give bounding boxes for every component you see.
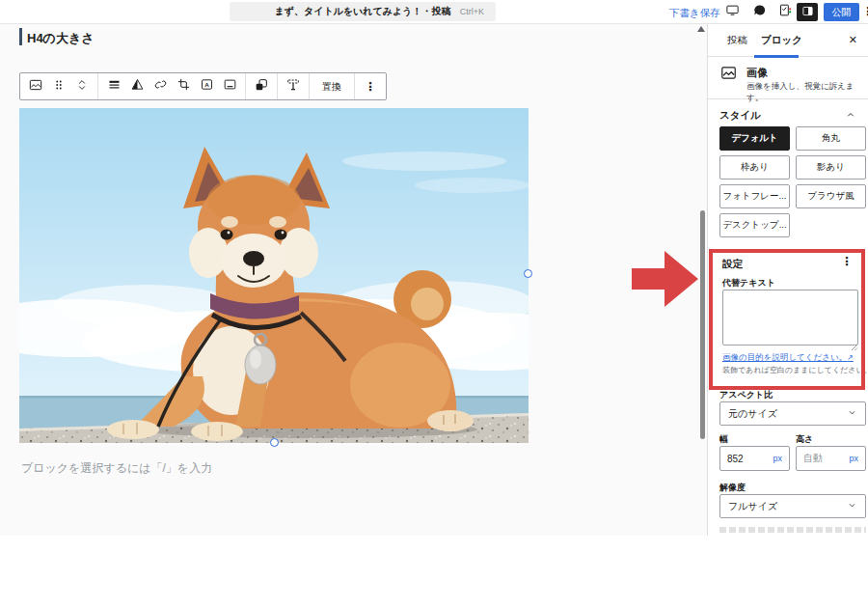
link-icon xyxy=(153,77,168,96)
style-default-button[interactable]: デフォルト xyxy=(719,126,790,151)
crop-button[interactable] xyxy=(173,75,194,98)
editor-canvas: H4の大きさ A 置換 xyxy=(0,24,707,536)
settings-sidebar: 投稿 ブロック ✕ 画像 画像を挿入し、視覚に訴えます。 スタイル デフォルト … xyxy=(707,24,868,536)
alt-text-help-link[interactable]: 画像の目的を説明してください。↗ xyxy=(722,352,854,364)
alt-text-input[interactable] xyxy=(722,290,858,345)
style-photoframe-button[interactable]: フォトフレー... xyxy=(719,184,790,208)
tab-block[interactable]: ブロック xyxy=(761,24,802,57)
align-button[interactable] xyxy=(103,75,124,98)
image-resize-handle-bottom[interactable] xyxy=(270,438,279,447)
aspect-ratio-label: アスペクト比 xyxy=(719,389,773,401)
image-block-icon xyxy=(719,64,738,86)
external-link-icon: ↗ xyxy=(847,353,854,362)
command-search-bar[interactable]: まず、タイトルをいれてみよう！・投稿 Ctrl+K xyxy=(230,2,496,21)
aspect-ratio-select[interactable]: 元のサイズ xyxy=(719,401,866,426)
style-shadow-button[interactable]: 影あり xyxy=(796,155,866,180)
clipped-help-text xyxy=(719,527,866,533)
image-block-icon xyxy=(28,77,43,97)
drag-handle[interactable] xyxy=(48,75,69,98)
settings-options-button[interactable]: ⋮ xyxy=(841,256,853,267)
resolution-label: 解像度 xyxy=(719,482,746,494)
empty-block-placeholder[interactable]: ブロックを選択するには「/」を入力 xyxy=(21,460,212,477)
width-label: 幅 xyxy=(719,433,728,446)
image-block-shiba-inu-photo[interactable] xyxy=(19,108,529,443)
move-up-down-icon xyxy=(75,77,89,97)
height-input[interactable]: 自動 px xyxy=(796,446,866,471)
width-input[interactable]: 852 px xyxy=(719,446,790,471)
preview-button[interactable] xyxy=(723,4,741,20)
image-filter-tool-button[interactable] xyxy=(251,75,272,98)
style-rounded-button[interactable]: 角丸 xyxy=(796,126,866,151)
options-menu-button[interactable]: ⋮ xyxy=(862,6,868,17)
speech-bubble-icon xyxy=(752,3,767,21)
block-options-button[interactable]: ⋮ xyxy=(360,75,381,98)
checklist-plugin-button[interactable] xyxy=(776,4,794,20)
close-sidebar-button[interactable]: ✕ xyxy=(849,34,857,46)
vertical-scrollbar[interactable] xyxy=(700,210,705,439)
image-block-toolbar: A 置換 ⋮ xyxy=(19,72,387,100)
editor-top-bar: まず、タイトルをいれてみよう！・投稿 Ctrl+K 下書き保存 公開 ⋮ xyxy=(0,0,868,24)
align-icon xyxy=(107,77,122,96)
image-block-type-button[interactable] xyxy=(25,75,46,98)
drag-dots-icon xyxy=(52,78,66,96)
alt-text-help-text: 装飾であれば空白のままにしてください。 xyxy=(722,365,867,375)
plugin-bubble-button[interactable] xyxy=(750,4,768,20)
command-shortcut: Ctrl+K xyxy=(460,7,484,16)
chevron-up-icon xyxy=(845,107,856,124)
checklist-icon xyxy=(778,3,793,21)
chevron-down-icon xyxy=(847,500,857,512)
caption-button[interactable] xyxy=(219,75,240,98)
block-card-description: 画像を挿入し、視覚に訴えます。 xyxy=(746,81,867,104)
style-desktop-button[interactable]: デスクトップ... xyxy=(719,213,790,237)
text-banner-tool-button[interactable] xyxy=(283,75,304,98)
monitor-icon xyxy=(725,3,740,21)
wordpress-editor-window: まず、タイトルをいれてみよう！・投稿 Ctrl+K 下書き保存 公開 ⋮ xyxy=(0,0,868,608)
sidebar-panel-icon xyxy=(801,4,814,21)
settings-sidebar-toggle-button[interactable] xyxy=(797,3,818,21)
link-button[interactable] xyxy=(149,75,171,98)
height-unit: px xyxy=(849,454,858,463)
text-cursor-caret xyxy=(19,28,22,45)
publish-button[interactable]: 公開 xyxy=(824,3,859,21)
scroll-up-arrow-icon[interactable] xyxy=(697,26,705,32)
caption-icon xyxy=(223,77,237,96)
height-label: 高さ xyxy=(796,433,813,446)
block-card: 画像 画像を挿入し、視覚に訴えます。 xyxy=(708,58,868,99)
settings-section-title: 設定 xyxy=(722,258,743,271)
style-border-button[interactable]: 枠あり xyxy=(719,155,790,180)
svg-text:A: A xyxy=(204,81,209,88)
save-draft-button[interactable]: 下書き保存 xyxy=(669,7,720,20)
document-title: まず、タイトルをいれてみよう！・投稿 xyxy=(274,5,450,18)
alt-text-label: 代替テキスト xyxy=(722,277,775,290)
style-browser-button[interactable]: ブラウザ風 xyxy=(796,184,866,208)
banner-text-icon xyxy=(285,77,301,97)
width-unit: px xyxy=(773,454,782,463)
text-overlay-icon: A xyxy=(200,77,214,96)
style-options-grid: デフォルト 角丸 枠あり 影あり フォトフレー... ブラウザ風 デスクトップ.… xyxy=(719,126,866,237)
style-section-title: スタイル xyxy=(719,109,761,123)
crop-icon xyxy=(176,77,191,96)
overlapping-shapes-icon xyxy=(254,77,269,97)
block-card-title: 画像 xyxy=(746,66,768,80)
text-overlay-button[interactable]: A xyxy=(196,75,217,98)
image-resize-handle-right[interactable] xyxy=(524,269,532,278)
chevron-down-icon xyxy=(847,407,857,420)
duotone-triangle-icon xyxy=(130,77,145,96)
collapse-style-section-button[interactable] xyxy=(845,107,856,124)
replace-image-button[interactable]: 置換 xyxy=(314,80,349,94)
tab-post[interactable]: 投稿 xyxy=(727,24,747,57)
resolution-select[interactable]: フルサイズ xyxy=(719,494,866,518)
heading-block[interactable]: H4の大きさ xyxy=(27,30,95,47)
block-mover-button[interactable] xyxy=(71,75,93,98)
sidebar-tabs: 投稿 ブロック ✕ xyxy=(708,24,868,57)
duotone-filter-button[interactable] xyxy=(126,75,148,98)
